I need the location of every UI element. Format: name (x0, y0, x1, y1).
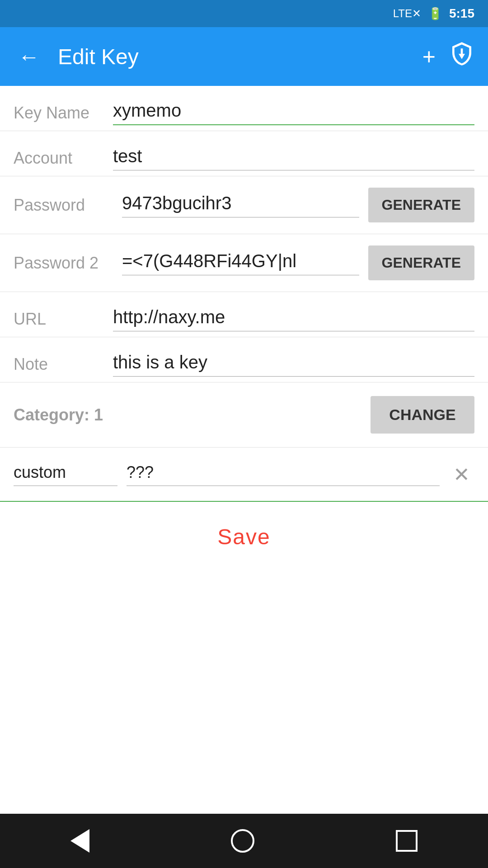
status-bar: LTE✕ 🔋 5:15 (0, 0, 488, 27)
add-icon[interactable]: + (422, 43, 436, 70)
key-name-input[interactable] (113, 100, 474, 125)
url-label: URL (14, 310, 113, 329)
category-row: Category: 1 CHANGE (0, 382, 488, 448)
password-input[interactable] (122, 193, 359, 217)
nav-recent-button[interactable] (396, 830, 418, 852)
password-input-wrapper (122, 193, 359, 217)
account-input-wrapper (113, 146, 474, 170)
key-name-input-wrapper (113, 100, 474, 125)
shield-icon[interactable] (449, 41, 474, 72)
url-row: URL (0, 292, 488, 337)
app-bar-actions: + (422, 41, 474, 72)
password2-input[interactable] (122, 251, 359, 275)
page-title: Edit Key (58, 44, 409, 69)
nav-home-button[interactable] (231, 829, 254, 853)
note-input[interactable] (113, 352, 474, 377)
save-button[interactable]: Save (217, 524, 270, 549)
password2-input-wrapper (122, 251, 359, 275)
key-name-row: Key Name (0, 86, 488, 131)
custom-field-name-input[interactable] (14, 463, 117, 486)
account-row: Account (0, 131, 488, 176)
battery-icon: 🔋 (428, 7, 442, 21)
password-row: Password GENERATE (0, 176, 488, 234)
note-label: Note (14, 355, 113, 374)
note-row: Note (0, 337, 488, 382)
key-name-label: Key Name (14, 104, 113, 123)
app-bar: ← Edit Key + (0, 27, 488, 86)
back-button[interactable]: ← (14, 40, 44, 74)
note-input-wrapper (113, 352, 474, 377)
password2-label: Password 2 (14, 254, 113, 273)
nav-back-button[interactable] (70, 829, 89, 853)
category-label: Category: 1 (14, 406, 371, 425)
lte-icon: LTE✕ (393, 7, 421, 20)
custom-field-value-input[interactable] (127, 463, 440, 486)
remove-custom-field-icon[interactable]: ✕ (449, 461, 474, 488)
save-container: Save (0, 502, 488, 572)
form-content: Key Name Account Password GENERATE Passw… (0, 86, 488, 572)
change-category-button[interactable]: CHANGE (371, 396, 474, 434)
account-input[interactable] (113, 146, 474, 170)
clock: 5:15 (449, 6, 474, 21)
generate-password-button[interactable]: GENERATE (368, 188, 474, 222)
custom-field-row: ✕ (0, 448, 488, 502)
url-input[interactable] (113, 307, 474, 331)
account-label: Account (14, 149, 113, 168)
url-input-wrapper (113, 307, 474, 331)
password-label: Password (14, 196, 113, 215)
nav-bar (0, 814, 488, 868)
password2-row: Password 2 GENERATE (0, 234, 488, 292)
generate-password2-button[interactable]: GENERATE (368, 245, 474, 280)
